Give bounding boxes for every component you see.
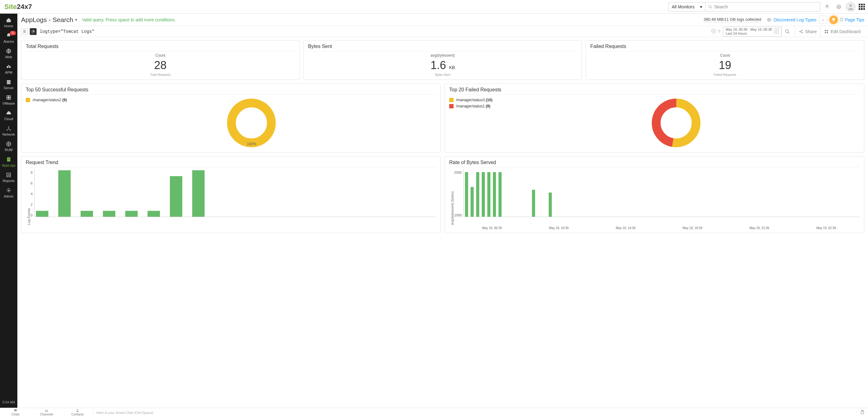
contacts-tab[interactable]: Contacts [62,409,93,416]
dashboard: Total Requests Count 28 Total Requests B… [18,37,868,408]
cloud-icon [6,110,11,116]
sidebar-item-applogs[interactable]: AppLogs [0,154,18,170]
logs-icon [6,157,11,162]
svg-point-28 [785,30,788,33]
bell-icon[interactable] [822,2,832,12]
highlight-icon[interactable] [830,16,838,24]
page-title[interactable]: AppLogs - Search ▼ [21,16,78,24]
sidebar-item-network[interactable]: Network [0,123,18,139]
svg-rect-10 [7,82,10,83]
svg-line-1 [711,7,712,8]
avatar[interactable] [846,2,856,12]
svg-point-25 [769,19,770,21]
server-icon [6,79,11,85]
chat-icon [13,409,18,412]
vmware-icon [6,95,11,100]
discovered-log-types-link[interactable]: Discovered Log Types [767,18,816,22]
sidebar-item-web[interactable]: Web [0,46,18,61]
sidebar-item-rum[interactable]: RUM [0,139,18,154]
page-tips-link[interactable]: Page Tips [839,18,864,22]
sidebar-item-cloud[interactable]: Cloud [0,108,18,123]
alarm-badge: 31 [10,31,16,35]
request-trend-chart [34,169,436,217]
sidebar-item-server[interactable]: Server [0,77,18,92]
bulb-icon [839,18,844,22]
svg-rect-13 [9,96,10,97]
svg-point-4 [849,4,852,7]
svg-line-29 [788,32,789,33]
smart-chat-input[interactable]: Here is your Smart Chat (Ctrl+Space) [93,411,857,415]
share-btn[interactable]: Share [795,26,820,37]
logo: Site24x7 [4,3,32,11]
rum-icon [6,141,11,147]
svg-point-31 [802,30,802,31]
contacts-icon [75,409,80,412]
sidebar-item-admin[interactable]: Admin [0,185,18,201]
topbar: Site24x7 All Monitors ▾ Search ? [0,0,868,13]
sidebar-item-reports[interactable]: Reports [0,170,18,185]
card-total-requests: Total Requests Count 28 Total Requests [21,40,300,80]
search-input[interactable]: Search [706,2,820,11]
home-header-icon[interactable]: ⌂ [819,16,827,24]
help-icon[interactable]: ? [834,2,844,12]
query-bar: ☰ ◔ logtype="Tomcat Logs" ⓧ ? May 18, 06… [18,26,868,37]
eye-icon [767,18,772,22]
channels-tab[interactable]: Channels [31,409,62,416]
caret-down-icon: ▼ [74,18,78,22]
card-top-success: Top 50 Successful Requests /manager/stat… [21,83,441,152]
query-help-btn[interactable]: ? [718,29,720,34]
monitor-select[interactable]: All Monitors ▾ [669,2,706,11]
search-btn[interactable] [781,26,795,37]
edit-dashboard-btn[interactable]: Edit Dashboard [820,26,864,37]
card-bytes-rate: Rate of Bytes Served avg(bytessent) (byt… [444,157,864,233]
sidebar-item-vmware[interactable]: VMware [0,92,18,108]
card-failed-requests: Failed Requests Count 19 Failed Requests [586,40,864,80]
svg-rect-8 [8,65,10,66]
bottombar: Chats Channels Contacts Here is your Sma… [0,408,868,417]
svg-point-0 [709,5,711,7]
logs-collected: 380.49 MB/11 GB logs collected [704,17,762,22]
reports-icon [6,172,11,178]
globe-icon [6,48,11,54]
svg-rect-11 [7,83,10,84]
svg-point-40 [45,410,46,411]
sidebar-item-apm[interactable]: APM [0,61,18,77]
date-range-picker[interactable]: May 18, 06:38 - May 19, 06:38 Last 24 Ho… [723,27,781,37]
donut-failed-chart [650,97,703,149]
sidebar-item-home[interactable]: Home [0,15,18,30]
svg-point-17 [6,130,7,131]
valid-query-hint: Valid query. Press space to add more con… [82,18,176,22]
pie-view-btn[interactable]: ◔ [30,28,37,35]
svg-point-32 [802,32,802,33]
card-bytes-sent: Bytes Sent avg(bytessent) 1.6 KB Bytes S… [304,40,582,80]
svg-rect-34 [827,30,828,31]
svg-point-6 [6,66,8,68]
chevron-down-icon: ▾ [700,4,702,9]
sidebar-item-alarms[interactable]: 31 Alarms [0,30,18,46]
clear-query-btn[interactable]: ⓧ [711,28,716,35]
binoculars-icon [6,64,11,69]
svg-point-18 [10,130,11,131]
apps-grid-icon[interactable] [859,4,865,10]
page-header: AppLogs - Search ▼ Valid query. Press sp… [18,13,868,26]
share-icon [799,29,803,34]
clipboard-icon[interactable] [857,410,868,415]
grid-icon [824,29,829,34]
search-icon [785,29,790,34]
query-input[interactable]: logtype="Tomcat Logs" [38,29,711,35]
search-icon [708,5,712,9]
legend-success: /manager/status2 (9) [26,97,67,104]
channels-icon [44,409,49,412]
donut-success-chart [225,97,278,149]
svg-text:?: ? [838,5,840,8]
svg-rect-9 [7,80,10,81]
svg-rect-27 [833,20,834,21]
chats-tab[interactable]: Chats [0,409,31,416]
card-request-trend: Request Trend Log Events 86420 [21,157,441,233]
legend-failed: /manager/status3 (10) /manager/status1 (… [449,97,492,110]
gear-icon [6,187,11,193]
svg-point-37 [231,103,272,143]
network-icon [6,126,11,131]
list-view-btn[interactable]: ☰ [21,28,28,35]
card-top-failed: Top 20 Failed Requests /manager/status3 … [444,83,864,152]
